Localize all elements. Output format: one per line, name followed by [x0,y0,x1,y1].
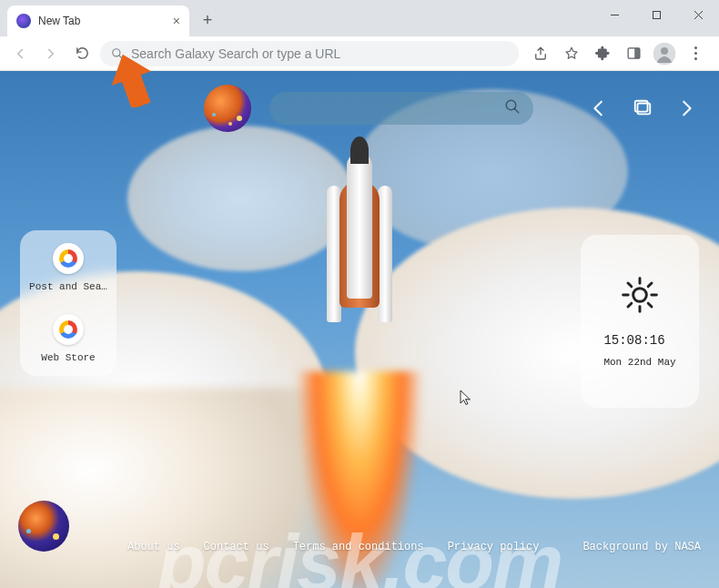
weather-widget[interactable]: 15:08:16 Mon 22nd May [581,235,699,408]
chrome-icon [53,243,84,274]
back-button[interactable] [7,41,33,66]
tab-favicon-icon [16,14,31,28]
bookmark-star-icon[interactable] [561,43,582,65]
weather-time: 15:08:16 [603,333,675,348]
svg-line-20 [648,303,652,307]
footer-credit: Background by NASA [582,541,701,553]
titlebar: New Tab × + [0,0,719,36]
profile-avatar[interactable] [653,43,675,65]
page-search-input[interactable] [269,92,533,125]
svg-line-22 [648,283,652,287]
footer-link-terms[interactable]: Terms and conditions [293,541,424,553]
background-shuttle-image [347,153,372,299]
weather-date: Mon 22nd May [603,357,675,368]
reload-button[interactable] [69,41,95,66]
galaxy-logo-icon [204,85,251,132]
cursor-icon [460,390,472,410]
footer-link-privacy[interactable]: Privacy policy [448,541,540,553]
svg-line-21 [628,303,632,307]
footer-logo-icon[interactable] [18,501,69,552]
footer-link-about[interactable]: About us [127,541,180,553]
svg-rect-7 [634,48,640,58]
svg-line-11 [514,108,519,113]
shortcut-item[interactable]: Post and Sea… [27,243,109,292]
share-icon[interactable] [530,43,552,65]
search-icon[interactable] [504,98,521,118]
svg-point-9 [661,47,668,55]
browser-tab[interactable]: New Tab × [7,5,189,36]
menu-button[interactable] [684,43,706,65]
footer-link-contact[interactable]: Contact us [204,541,269,553]
maximize-button[interactable] [635,0,677,29]
shortcut-label: Post and Sea… [29,281,107,292]
annotation-arrow-icon [111,53,153,107]
shortcut-label: Web Store [41,352,95,363]
next-background-button[interactable] [675,97,697,119]
new-tab-button[interactable]: + [195,7,220,33]
sidepanel-icon[interactable] [623,43,644,65]
shortcut-item[interactable]: Web Store [27,314,109,363]
tab-title: New Tab [38,15,80,27]
extensions-icon[interactable] [592,43,613,65]
shortcuts-panel: Post and Sea… Web Store [20,230,116,376]
prev-background-button[interactable] [588,97,610,119]
close-window-button[interactable] [677,0,719,29]
svg-point-14 [633,289,647,302]
tab-close-icon[interactable]: × [173,14,180,28]
footer-links: About us Contact us Terms and conditions… [127,541,701,553]
svg-rect-1 [653,11,660,18]
svg-line-19 [628,283,632,287]
sun-icon [620,275,660,315]
forward-button[interactable] [38,41,64,66]
chrome-icon [53,314,84,345]
omnibox-placeholder: Search Galaxy Search or type a URL [131,46,340,61]
newtab-page: Post and Sea… Web Store 15:08:16 Mon 22n… [0,71,719,588]
window-controls [593,0,719,29]
gallery-button[interactable] [632,97,653,119]
omnibox[interactable]: Search Galaxy Search or type a URL [100,41,519,66]
minimize-button[interactable] [593,0,635,29]
toolbar: Search Galaxy Search or type a URL [0,36,719,71]
